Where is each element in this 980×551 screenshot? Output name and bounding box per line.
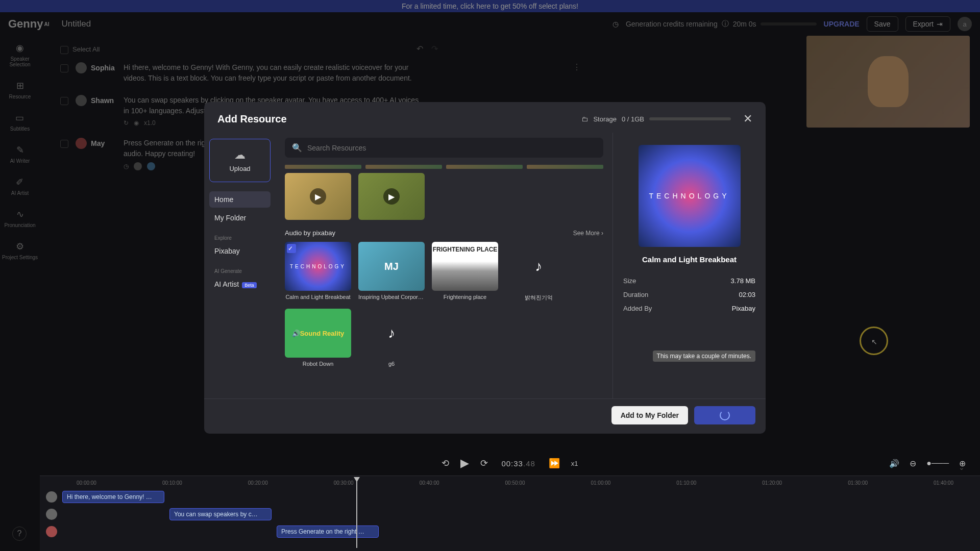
video-strip[interactable]	[365, 165, 442, 169]
check-icon: ✓	[287, 244, 296, 253]
volume-icon[interactable]: 🔊	[889, 459, 899, 468]
zoom-in-icon[interactable]: ⊕	[959, 459, 966, 468]
music-note-icon: ♪	[388, 325, 395, 341]
track-avatar	[46, 491, 57, 503]
detail-title: Calm and Light Breakbeat	[623, 255, 755, 264]
timeline-clip[interactable]: Hi there, welcome to Genny! …	[62, 491, 164, 503]
video-thumb[interactable]: ▶	[285, 173, 351, 220]
audio-card[interactable]: 🔊Sound Reality Robot Down	[285, 309, 351, 367]
close-icon[interactable]: ✕	[743, 112, 752, 126]
video-strip[interactable]	[527, 165, 603, 169]
video-strip[interactable]	[285, 165, 361, 169]
search-input[interactable]	[307, 144, 596, 152]
audio-card[interactable]: ♪ 밝혀진기억	[505, 242, 572, 302]
audio-card[interactable]: FRIGHTENING PLACE Frightening place	[432, 242, 498, 302]
resource-grid: 🔍 ▶ ▶ Audio by pixabay See More › ✓TECHN…	[276, 133, 612, 398]
timecode: 00:33.48	[501, 459, 535, 468]
folder-icon: 🗀	[581, 115, 588, 123]
nav-section-explore: Explore	[209, 235, 271, 241]
storage-progress	[649, 117, 731, 120]
detail-size: Size3.78 MB	[623, 274, 755, 288]
timeline-track[interactable]: Hi there, welcome to Genny! …	[46, 490, 974, 504]
nav-my-folder[interactable]: My Folder	[209, 210, 271, 226]
video-strip[interactable]	[446, 165, 523, 169]
modal-sidebar: ☁ Upload Home My Folder Explore Pixabay …	[204, 133, 276, 398]
confirm-loading-button[interactable]	[694, 406, 755, 424]
timeline-clip[interactable]: Press Generate on the right …	[277, 525, 379, 538]
search-input-wrapper[interactable]: 🔍	[285, 138, 603, 158]
timeline-clip[interactable]: You can swap speakers by c…	[169, 508, 272, 520]
detail-artwork: TECHNOLOGY	[639, 145, 741, 247]
zoom-out-icon[interactable]: ⊖	[910, 459, 916, 468]
music-note-icon: ♪	[535, 258, 542, 274]
see-more-link[interactable]: See More ›	[573, 230, 603, 237]
timeline-track[interactable]: You can swap speakers by c…	[46, 507, 974, 521]
loading-tooltip: This may take a couple of minutes.	[653, 350, 755, 362]
transport-bar: ⟲ ▶ ⟳ 00:33.48 ⏩ x1 🔊 ⊖ ●─── ⊕	[40, 451, 980, 475]
modal-title: Add Resource	[217, 113, 287, 125]
track-avatar	[46, 509, 57, 520]
storage-indicator: 🗀 Storage 0 / 1GB	[581, 115, 731, 123]
play-icon: ▶	[383, 188, 400, 205]
nav-home[interactable]: Home	[209, 191, 271, 208]
nav-pixabay[interactable]: Pixabay	[209, 243, 271, 259]
playhead[interactable]	[356, 479, 357, 548]
timeline-ruler: 00:00:0000:10:0000:20:0000:30:0000:40:00…	[46, 480, 974, 486]
video-thumb[interactable]: ▶	[358, 173, 425, 220]
skip-back-icon[interactable]: ⟲	[442, 458, 449, 469]
nav-ai-artist[interactable]: AI ArtistBeta	[209, 276, 271, 292]
audio-card[interactable]: ♪ g6	[358, 309, 425, 367]
cloud-upload-icon: ☁	[214, 148, 266, 162]
beta-badge: Beta	[242, 282, 257, 288]
audio-card[interactable]: MJ Inspiring Upbeat Corporate…	[358, 242, 425, 302]
timeline[interactable]: 00:00:0000:10:0000:20:0000:30:0000:40:00…	[40, 475, 980, 551]
audio-card-selected[interactable]: ✓TECHNOLOGY Calm and Light Breakbeat	[285, 242, 351, 302]
play-icon[interactable]: ▶	[460, 457, 469, 470]
skip-forward-icon[interactable]: ⟳	[480, 458, 488, 469]
zoom-slider[interactable]: ●───	[926, 459, 949, 468]
add-resource-modal: Add Resource 🗀 Storage 0 / 1GB ✕ ☁ Uploa…	[204, 102, 766, 434]
play-icon: ▶	[310, 188, 326, 205]
resource-detail-panel: TECHNOLOGY Calm and Light Breakbeat Size…	[612, 133, 766, 398]
detail-added-by: Added ByPixabay	[623, 302, 755, 315]
upload-button[interactable]: ☁ Upload	[209, 139, 271, 182]
fast-forward-icon[interactable]: ⏩	[549, 458, 560, 469]
detail-duration: Duration02:03	[623, 288, 755, 302]
timeline-track[interactable]: Press Generate on the right …	[46, 524, 974, 539]
nav-section-ai: AI Generate	[209, 268, 271, 274]
add-to-folder-button[interactable]: Add to My Folder	[611, 406, 688, 424]
speed-label[interactable]: x1	[571, 460, 578, 467]
audio-section-title: Audio by pixabay	[285, 229, 335, 237]
track-avatar	[46, 526, 57, 537]
search-icon: 🔍	[292, 143, 302, 153]
